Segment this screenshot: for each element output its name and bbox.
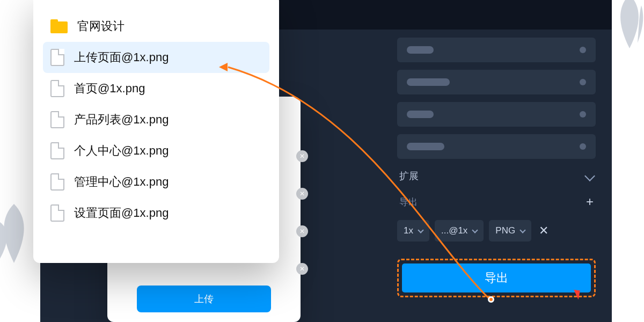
export-label-row: 导出 + <box>397 193 596 210</box>
expand-section-header[interactable]: 扩展 <box>397 166 596 186</box>
property-placeholder <box>407 46 434 54</box>
folder-name: 官网设计 <box>77 18 125 34</box>
file-name: 首页@1x.png <box>74 80 145 97</box>
property-toggle[interactable] <box>580 79 586 85</box>
close-icon[interactable]: ✕ <box>296 188 308 200</box>
export-suffix-select[interactable]: ...@1x <box>435 220 484 241</box>
file-name: 管理中心@1x.png <box>74 174 169 190</box>
inspector-panel: 扩展 导出 + 1x ...@1x PNG ✕ 导出 <box>397 38 596 297</box>
property-toggle[interactable] <box>580 111 586 118</box>
property-placeholder <box>407 111 434 118</box>
export-button-label: 导出 <box>485 270 508 286</box>
chevron-down-icon <box>472 227 478 233</box>
arrow-head-icon <box>219 63 228 71</box>
file-row[interactable]: 上传页面@1x.png <box>43 42 269 73</box>
upload-button-label: 上传 <box>194 292 214 305</box>
file-name: 设置页面@1x.png <box>74 205 169 221</box>
property-placeholder <box>407 143 444 150</box>
export-size-value: 1x <box>404 225 413 236</box>
remove-export-preset-button[interactable]: ✕ <box>537 224 551 238</box>
close-icon[interactable]: ✕ <box>296 150 308 162</box>
property-toggle[interactable] <box>580 143 586 150</box>
upload-button[interactable]: 上传 <box>137 286 271 312</box>
file-icon <box>50 142 64 159</box>
expand-section-label: 扩展 <box>399 170 419 182</box>
export-format-value: PNG <box>495 225 515 236</box>
chevron-down-icon <box>520 227 526 233</box>
export-suffix-value: ...@1x <box>441 225 467 236</box>
file-row[interactable]: 管理中心@1x.png <box>43 166 269 197</box>
file-row[interactable]: 个人中心@1x.png <box>43 135 269 166</box>
close-icon[interactable]: ✕ <box>296 225 308 237</box>
property-row[interactable] <box>397 70 596 94</box>
file-icon <box>50 204 64 222</box>
property-toggle[interactable] <box>580 47 586 53</box>
export-format-select[interactable]: PNG <box>489 220 531 241</box>
file-row[interactable]: 设置页面@1x.png <box>43 197 269 229</box>
file-icon <box>50 49 64 66</box>
property-row[interactable] <box>397 102 596 127</box>
export-preset-row: 1x ...@1x PNG ✕ <box>397 220 596 241</box>
export-section-label: 导出 <box>399 196 418 208</box>
property-row[interactable] <box>397 134 596 159</box>
close-icon[interactable]: ✕ <box>296 263 308 275</box>
file-icon <box>50 111 64 128</box>
folder-row[interactable]: 官网设计 <box>43 11 269 42</box>
file-name: 个人中心@1x.png <box>74 143 169 159</box>
file-name: 产品列表@1x.png <box>74 112 169 128</box>
file-browser-popover: 官网设计 上传页面@1x.png 首页@1x.png 产品列表@1x.png 个… <box>33 0 279 263</box>
file-row[interactable]: 产品列表@1x.png <box>43 104 269 135</box>
file-icon <box>50 173 64 191</box>
arrow-origin-dot <box>488 296 494 303</box>
leaf-decoration <box>0 204 33 263</box>
file-name: 上传页面@1x.png <box>74 49 169 65</box>
folder-icon <box>50 19 68 33</box>
export-button[interactable]: 导出 <box>402 264 591 292</box>
property-row[interactable] <box>397 38 596 62</box>
export-size-select[interactable]: 1x <box>397 220 429 241</box>
chevron-down-icon <box>418 227 423 233</box>
file-row[interactable]: 首页@1x.png <box>43 73 269 104</box>
property-placeholder <box>407 78 450 86</box>
file-icon <box>50 80 64 97</box>
export-button-highlight: 导出 <box>397 259 596 297</box>
chevron-down-icon <box>584 171 595 181</box>
add-export-preset-button[interactable]: + <box>586 195 594 208</box>
leaf-decoration <box>611 0 644 48</box>
